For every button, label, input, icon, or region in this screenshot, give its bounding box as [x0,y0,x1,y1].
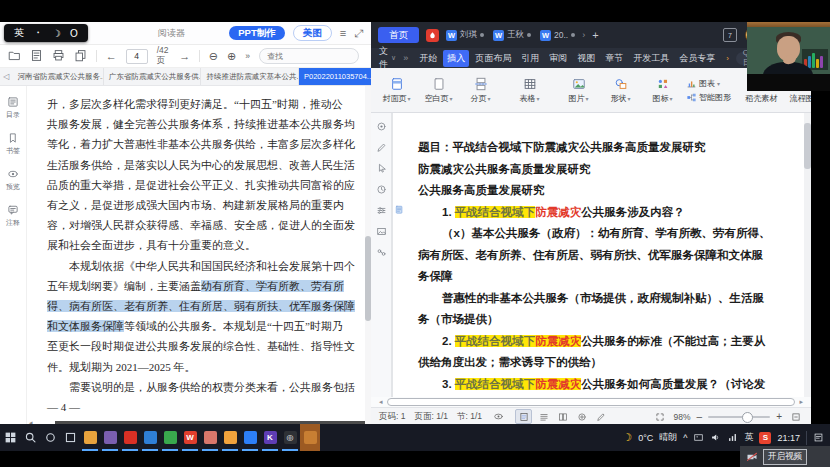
wps-horizontal-scrollbar[interactable]: ◂ ▸ [371,397,811,407]
tray-network-icon[interactable] [727,432,738,443]
task-view-button[interactable] [60,424,80,451]
multicolor-app-2[interactable] [220,424,240,451]
menu-item-章节[interactable]: 章节 [601,50,627,67]
menu-item-审阅[interactable]: 审阅 [545,50,571,67]
pdf-reader-app[interactable] [120,424,140,451]
ribbon-button-封面页[interactable]: 封面页▾ [376,77,417,104]
menu-item-页面布局[interactable]: 页面布局 [471,50,515,67]
tab-scroll-left[interactable]: ◁ [0,68,13,85]
pdf-tab[interactable]: 广东省防震减灾公共服务供...× [104,68,202,85]
wps-document-tab[interactable]: W刘琪 [446,29,484,41]
pdf-tab[interactable]: P02022011035704... [299,68,371,85]
tray-clock[interactable]: 21:17 [777,433,800,443]
zoom-out-button[interactable]: ⊖ [209,50,218,63]
edge-browser-app[interactable] [140,424,160,451]
green-app[interactable] [160,424,180,451]
zoom-plus-button[interactable]: + [776,412,782,422]
sidebar-item-注释[interactable]: 注释 [6,204,20,228]
file-explorer-app[interactable] [80,424,100,451]
blue-app[interactable] [240,424,260,451]
fit-page-icon[interactable] [653,410,668,423]
menu-item-插入[interactable]: 插入 [443,50,469,67]
dark-circle-app[interactable]: ◎ [280,424,300,451]
menu-item-会员专享[interactable]: 会员专享 [675,50,719,67]
wps-document-tab[interactable]: W王秋 [493,29,531,41]
meitu-button[interactable]: 美图 [293,25,332,41]
menu-item-引用[interactable]: 引用 [517,50,543,67]
multicolor-app-1[interactable] [200,424,220,451]
insert-view-button[interactable] [574,410,589,423]
material-icon[interactable] [376,121,387,132]
pdf-menu-icon[interactable]: ≡ [340,28,346,39]
more-tools-chevrons[interactable]: » [245,51,250,61]
document-icon[interactable] [30,49,43,63]
pdf-tab[interactable]: 持续推进防震减灾基本公共...× [201,68,299,85]
tray-temperature[interactable]: 0°C [638,433,653,443]
pdf-search-input[interactable] [259,48,359,64]
ribbon-button-图表[interactable]: 图表▾ [686,78,731,89]
menu-item-开发工具[interactable]: 开发工具 [629,50,673,67]
ime-lang-indicator[interactable]: 英 [14,26,24,40]
wps-vertical-scrollbar[interactable] [804,113,811,397]
page-view-button[interactable] [515,409,532,424]
hscroll-right[interactable]: ▸ [799,398,803,406]
zoom-slider-thumb[interactable] [742,412,753,423]
menu-item-视图[interactable]: 视图 [573,50,599,67]
sogou-ime-icon[interactable]: S [759,432,771,444]
tray-speaker-icon[interactable] [710,432,721,443]
wps-home-tab[interactable]: 首页 [378,27,419,43]
cortana-button[interactable] [40,424,60,451]
ime-moon-icon[interactable]: ☽ [52,28,61,39]
menu-overflow[interactable]: » [403,53,408,63]
tray-lang-indicator[interactable]: 英 [744,431,753,444]
start-video-button[interactable]: 开启视频 [763,449,807,465]
camera-off-icon[interactable] [746,451,758,463]
copy-icon[interactable] [74,49,87,63]
ime-circle-icon[interactable]: O [70,28,78,39]
fullscreen-icon[interactable] [788,410,803,423]
wps-document-tab[interactable]: W20.. [540,30,575,41]
wps-scroll-thumb[interactable] [804,123,811,169]
menu-item-开始[interactable]: 开始 [415,50,441,67]
rest-reminder-badge[interactable]: 7 [723,28,737,42]
share-people-icon[interactable] [376,247,387,258]
eye-protect-icon[interactable] [491,410,506,423]
search-button[interactable] [20,424,40,451]
pdf-page[interactable]: 升，多层次多样化需求得到更好满足。“十四五”时期，推动公共服务发展，健全完善公共… [27,86,371,428]
webcam-video-window[interactable] [747,22,830,91]
web-view-button[interactable] [536,410,551,423]
tray-weather[interactable]: 晴朗 [659,431,677,444]
select-icon[interactable] [376,163,387,174]
pdf-expand-icon[interactable]: ⤢ [354,28,363,39]
pen-icon[interactable] [376,142,387,153]
docer-icon[interactable] [426,29,439,42]
sidebar-item-预览[interactable]: 预览 [6,168,20,192]
weather-moon-icon[interactable]: ☽ [622,431,632,444]
tray-expand-chevron[interactable]: ^ [683,433,687,443]
image-edit-icon[interactable] [376,226,387,237]
ppt-make-button[interactable]: PPT制作 [229,26,284,40]
timer-icon[interactable] [376,184,387,195]
ribbon-button-表格[interactable]: 表格▾ [509,77,550,104]
ribbon-button-图片[interactable]: 图片▾ [558,77,599,104]
tray-photo-icon[interactable] [693,432,704,443]
ribbon-button-形状[interactable]: 形状▾ [600,77,641,104]
open-file-icon[interactable] [8,49,21,63]
ribbon-button-空白页[interactable]: 空白页▾ [418,77,459,104]
start-button[interactable] [0,424,20,451]
prev-page-button[interactable]: ← [106,50,117,62]
tab-overflow-chevron[interactable]: › [582,30,585,40]
ribbon-button-分页[interactable]: 分页▾ [460,77,501,104]
zoom-level-label[interactable]: 98% [674,412,691,422]
new-tab-button[interactable]: + [592,29,598,41]
zoom-in-button[interactable]: ⊕ [227,50,236,63]
ribbon-button-图标[interactable]: 图标▾ [642,77,683,104]
two-page-view-button[interactable] [555,410,570,423]
pdf-tab[interactable]: 河南省防震减灾公共服务...× [13,68,104,85]
wps-document[interactable]: 题目：平战结合视域下防震减灾公共服务高质量发展研究防震减灾公共服务高质量发展研究… [392,113,811,397]
ime-status-pill[interactable]: 英 ・ ☽ O [4,24,88,42]
print-icon[interactable] [52,49,65,63]
ribbon-button-智能图形[interactable]: 智能图形 [686,92,731,103]
comment-marker-icon[interactable] [395,205,405,215]
hscroll-left[interactable]: ◂ [379,398,383,406]
